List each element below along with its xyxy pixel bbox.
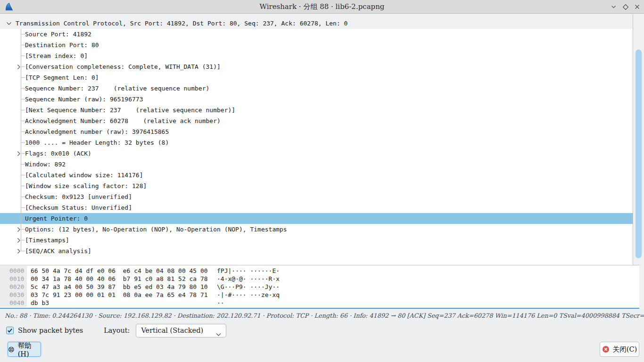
tree-row[interactable]: [Next Sequence Number: 237 (relative seq… (0, 105, 633, 115)
tree-row-label: [Window size scaling factor: 128] (0, 182, 147, 189)
footer: No.: 88 · Time: 0.244264130 · Source: 19… (0, 309, 644, 362)
hex-row[interactable]: 00205c 47 a3 a4 00 50 39 87 bb e5 ed 03 … (0, 283, 639, 291)
hex-ascii[interactable]: fPJ|···· ······E· (217, 267, 280, 275)
close-button[interactable]: 关闭(C) (600, 342, 639, 357)
tree-row-label: Destination Port: 80 (0, 41, 99, 49)
tree-row[interactable]: Source Port: 41892 (0, 29, 633, 40)
tree-row-label: 1000 .... = Header Length: 32 bytes (8) (0, 139, 169, 146)
tree-row-label: [Stream index: 0] (0, 52, 88, 59)
red-x-circle-icon (602, 346, 610, 353)
tree-row[interactable]: Flags: 0x010 (ACK) (0, 148, 633, 159)
tree-row-label: Sequence Number: 237 (relative sequence … (0, 85, 209, 92)
hex-rows: 000066 50 4a 7c d4 df e0 06 e6 c4 be 04 … (0, 265, 639, 307)
tree-row-label: Transmission Control Protocol, Src Port:… (0, 20, 347, 27)
hex-offset: 0040 (9, 299, 24, 307)
hex-bytes[interactable]: 03 7c 91 23 00 00 01 01 08 0a ee 7a 65 e… (31, 291, 208, 299)
title-bar: Wireshark · 分组 88 · lib6-2.pcapng (0, 0, 644, 14)
tree-row-label: [Conversation completeness: Complete, WI… (0, 63, 221, 70)
hex-row[interactable]: 001000 34 1a 78 40 00 40 06 b7 91 c0 a8 … (0, 275, 639, 283)
tree-row[interactable]: [Conversation completeness: Complete, WI… (0, 61, 633, 72)
tree-row-label: Options: (12 bytes), No-Operation (NOP),… (0, 226, 287, 233)
help-button-label: 帮助(H) (18, 341, 41, 358)
tree-row[interactable]: Sequence Number: 237 (relative sequence … (0, 83, 633, 94)
hex-ascii[interactable]: ·· (217, 299, 224, 307)
expand-icon[interactable] (16, 238, 22, 243)
hex-ascii[interactable]: ·4·x@·@· ·····R·x (217, 275, 280, 283)
hex-bytes[interactable]: 00 34 1a 78 40 00 40 06 b7 91 c0 a8 81 5… (31, 275, 208, 283)
help-button[interactable]: 帮助(H) (8, 342, 41, 357)
minimize-button[interactable] (607, 0, 619, 14)
hex-row[interactable]: 0040db b3·· (0, 299, 639, 307)
hex-offset: 0020 (9, 283, 24, 291)
tree-row-label: [Timestamps] (0, 237, 69, 244)
tree-row[interactable]: Destination Port: 80 (0, 40, 633, 50)
tree-row[interactable]: Window: 892 (0, 159, 633, 170)
tree-row-label: Acknowledgment Number: 60278 (relative a… (0, 117, 221, 124)
tree-row-label: Sequence Number (raw): 965196773 (0, 96, 143, 103)
tree-rows: Transmission Control Protocol, Src Port:… (0, 14, 633, 256)
hex-dump-area: 000066 50 4a 7c d4 df e0 06 e6 c4 be 04 … (0, 265, 644, 309)
show-packet-bytes-checkbox[interactable] (6, 327, 14, 334)
show-packet-bytes-label: Show packet bytes (18, 327, 83, 334)
chevron-down-icon (215, 329, 222, 341)
controls-row: Show packet bytes Layout: Vertical (Stac… (6, 323, 226, 337)
hex-dump-pane[interactable]: 000066 50 4a 7c d4 df e0 06 e6 c4 be 04 … (0, 265, 639, 309)
layout-dropdown-value: Vertical (Stacked) (141, 327, 203, 334)
tree-row[interactable]: Sequence Number (raw): 965196773 (0, 94, 633, 105)
tree-row[interactable]: [SEQ/ACK analysis] (0, 246, 633, 256)
hex-ascii[interactable]: ·|·#···· ···ze·xq (217, 291, 280, 299)
tree-row[interactable]: [Timestamps] (0, 235, 633, 246)
tree-row[interactable]: Acknowledgment number (raw): 3976415865 (0, 126, 633, 137)
hex-bytes[interactable]: 5c 47 a3 a4 00 50 39 87 bb e5 ed 03 4a 7… (31, 283, 208, 291)
tree-row-label: Acknowledgment number (raw): 3976415865 (0, 128, 169, 135)
vertical-scrollbar[interactable] (633, 14, 644, 265)
tree-row[interactable]: Acknowledgment Number: 60278 (relative a… (0, 115, 633, 126)
maximize-button[interactable] (619, 0, 632, 14)
tree-row-label: [SEQ/ACK analysis] (0, 247, 91, 255)
scrollbar-thumb[interactable] (636, 49, 642, 258)
hex-bytes[interactable]: 66 50 4a 7c d4 df e0 06 e6 c4 be 04 08 0… (31, 267, 208, 275)
hex-bytes[interactable]: db b3 (31, 299, 49, 307)
tree-row[interactable]: Urgent Pointer: 0 (0, 213, 633, 224)
tree-row-label: Window: 892 (0, 161, 66, 168)
close-window-button[interactable] (631, 0, 643, 14)
window-title: Wireshark · 分组 88 · lib6-2.pcapng (0, 0, 644, 14)
tree-row-label: Checksum: 0x9123 [unverified] (0, 193, 132, 200)
tree-row-label: [TCP Segment Len: 0] (0, 74, 99, 81)
tree-row-label: [Calculated window size: 114176] (0, 172, 143, 179)
packet-detail-dialog: Wireshark · 分组 88 · lib6-2.pcapng Transm… (0, 0, 644, 362)
tree-row-label: Urgent Pointer: 0 (0, 215, 88, 222)
hex-ascii[interactable]: \G···P9· ····Jy·· (217, 283, 280, 291)
tree-row-label: [Next Sequence Number: 237 (relative seq… (0, 107, 235, 114)
tree-row-label: Flags: 0x010 (ACK) (0, 150, 91, 157)
expand-icon[interactable] (16, 64, 22, 70)
tree-row-label: Source Port: 41892 (0, 31, 91, 38)
tree-row[interactable]: [Window size scaling factor: 128] (0, 181, 633, 191)
tree-row[interactable]: Transmission Control Protocol, Src Port:… (0, 14, 633, 29)
tree-row[interactable]: 1000 .... = Header Length: 32 bytes (8) (0, 137, 633, 148)
tree-row[interactable]: [Calculated window size: 114176] (0, 170, 633, 181)
layout-label: Layout: (104, 327, 130, 334)
tree-row[interactable]: [Checksum Status: Unverified] (0, 202, 633, 213)
hex-row[interactable]: 000066 50 4a 7c d4 df e0 06 e6 c4 be 04 … (0, 267, 639, 275)
expand-icon[interactable] (16, 248, 22, 254)
hex-row[interactable]: 003003 7c 91 23 00 00 01 01 08 0a ee 7a … (0, 291, 639, 299)
hex-offset: 0000 (9, 267, 24, 275)
packet-summary-status: No.: 88 · Time: 0.244264130 · Source: 19… (5, 312, 641, 319)
expand-icon[interactable] (16, 151, 22, 156)
hex-offset: 0030 (9, 291, 24, 299)
tree-row[interactable]: [TCP Segment Len: 0] (0, 72, 633, 83)
expand-icon[interactable] (16, 227, 22, 232)
hex-offset: 0010 (9, 275, 24, 283)
close-button-label: 关闭(C) (613, 345, 637, 354)
tree-row[interactable]: Options: (12 bytes), No-Operation (NOP),… (0, 224, 633, 235)
tree-row[interactable]: [Stream index: 0] (0, 50, 633, 61)
tree-row[interactable]: Checksum: 0x9123 [unverified] (0, 191, 633, 202)
tree-row-label: [Checksum Status: Unverified] (0, 204, 132, 211)
collapse-icon[interactable] (6, 21, 12, 26)
layout-dropdown[interactable]: Vertical (Stacked) (136, 324, 226, 337)
life-buoy-icon (8, 346, 15, 353)
packet-detail-tree[interactable]: Transmission Control Protocol, Src Port:… (0, 14, 633, 265)
